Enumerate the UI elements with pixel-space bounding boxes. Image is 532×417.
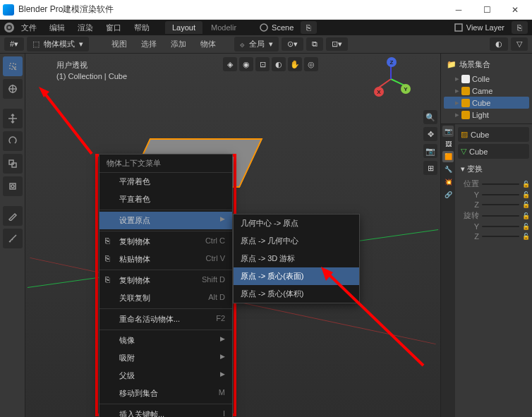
prop-tab-output[interactable]: 🖼 (442, 138, 454, 150)
properties-panel: 📁 场景集合 ▸Colle▸Came▸Cube▸Light 📷 🖼 🟧 🔧 💥 … (440, 54, 532, 417)
expand-icon[interactable]: ▸ (455, 74, 459, 83)
context-item-0[interactable]: 平滑着色 (99, 173, 232, 191)
grid-button[interactable]: ⊞ (423, 161, 437, 175)
minimize-button[interactable]: ─ (445, 0, 473, 20)
shading-button[interactable]: ◐ (272, 57, 286, 71)
select-menu[interactable]: 选择 (135, 37, 162, 52)
menu-render[interactable]: 渲染 (72, 20, 99, 35)
data-name-field[interactable]: ▽ Cube (458, 144, 529, 159)
context-item-14[interactable]: 吸附▶ (99, 349, 232, 367)
gizmo-y-label[interactable]: Y (401, 84, 411, 94)
context-item-18[interactable]: 插入关键帧...I (99, 406, 232, 417)
prop-tab-render[interactable]: 📷 (442, 126, 454, 137)
new-layer-button[interactable]: ⎘ (512, 21, 528, 34)
pan-button[interactable]: ✥ (423, 127, 437, 141)
lock-icon[interactable]: 🔓 (522, 201, 529, 208)
scale-tool[interactable] (3, 154, 23, 174)
context-item-8[interactable]: ⎘复制物体Shift D (99, 272, 232, 289)
context-item-5[interactable]: ⎘复制物体Ctrl C (99, 233, 232, 250)
menu-file[interactable]: 文件 (16, 20, 42, 35)
workspace-tab-layout[interactable]: Layout (165, 21, 202, 34)
show-gizmo-button[interactable]: ◈ (223, 57, 237, 71)
prop-tab-constraint[interactable]: 🔗 (442, 189, 454, 200)
pivot-button[interactable]: ⊙▾ (282, 37, 303, 51)
add-menu[interactable]: 添加 (165, 37, 192, 52)
submenu-item-0[interactable]: 几何中心 -> 原点 (234, 214, 359, 232)
prop-tab-physics[interactable]: 💥 (442, 176, 454, 188)
transform-tool[interactable] (3, 176, 23, 196)
submenu-item-4[interactable]: 原点 -> 质心(体积) (234, 285, 359, 303)
rotation-x-input[interactable] (482, 215, 519, 217)
window-title: Blender Pro建模渲染软件 (18, 4, 445, 16)
new-scene-button[interactable]: ⎘ (301, 21, 317, 34)
context-item-15[interactable]: 父级▶ (99, 367, 232, 385)
context-item-3[interactable]: 设置原点▶ (99, 212, 232, 229)
close-button[interactable]: ✕ (501, 0, 529, 20)
expand-icon[interactable]: ▸ (455, 98, 459, 107)
cursor-tool[interactable] (3, 79, 23, 99)
lock-icon[interactable]: 🔓 (522, 233, 529, 240)
viewlayer-selector[interactable]: View Layer (448, 21, 510, 34)
object-name-field[interactable]: ▨ Cube (458, 127, 529, 142)
location-y-input[interactable] (482, 194, 519, 195)
gizmo-z-label[interactable]: Z (387, 57, 397, 67)
hand-button[interactable]: ✋ (288, 57, 302, 71)
camera-icon-button[interactable]: 📷 (423, 144, 437, 158)
blender-logo-icon[interactable] (4, 23, 14, 32)
nav-gizmo[interactable]: X Y Z (370, 57, 412, 99)
rotation-y-input[interactable] (482, 226, 519, 227)
menu-help[interactable]: 帮助 (128, 20, 155, 35)
submenu-item-2[interactable]: 原点 -> 3D 游标 (234, 250, 359, 267)
gizmo-x-label[interactable]: X (374, 87, 384, 97)
submenu-item-1[interactable]: 原点 -> 几何中心 (234, 232, 359, 250)
object-menu[interactable]: 物体 (195, 37, 222, 52)
camera-view-button[interactable]: ◎ (304, 57, 318, 71)
rotation-z-input[interactable] (482, 236, 519, 237)
location-z-input[interactable] (482, 204, 519, 205)
move-tool[interactable] (3, 109, 23, 128)
context-item-16[interactable]: 移动到集合M (99, 385, 232, 402)
outliner-item-2[interactable]: ▸Cube (444, 97, 529, 109)
scene-selector[interactable]: Scene (253, 21, 299, 34)
y-label: Y (458, 222, 479, 231)
lock-icon[interactable]: 🔓 (522, 181, 529, 188)
context-item-6[interactable]: ⎘粘贴物体Ctrl V (99, 250, 232, 268)
orientation-selector[interactable]: ⟐ 全局 ▾ (234, 37, 279, 52)
outliner-item-3[interactable]: ▸Light (444, 109, 529, 121)
xray-button[interactable]: ⊡ (255, 57, 270, 71)
measure-tool[interactable] (3, 229, 23, 248)
editor-type-button[interactable]: #▾ (4, 37, 24, 51)
outliner-item-1[interactable]: ▸Came (444, 85, 529, 97)
context-item-9[interactable]: 关联复制Alt D (99, 289, 232, 307)
select-box-tool[interactable] (3, 56, 23, 76)
transform-section[interactable]: ▾ 变换 (458, 161, 529, 177)
workspace-tab-modeling[interactable]: Modelir (204, 21, 243, 34)
menu-edit[interactable]: 编辑 (44, 20, 71, 35)
expand-icon[interactable]: ▸ (455, 86, 459, 95)
maximize-button[interactable]: ☐ (473, 0, 501, 20)
submenu-item-3[interactable]: 原点 -> 质心(表面) (234, 267, 359, 285)
lock-icon[interactable]: 🔓 (522, 191, 529, 198)
context-item-13[interactable]: 镜像▶ (99, 332, 232, 349)
overlay-button[interactable]: ◐ (490, 37, 508, 51)
outliner-header[interactable]: 📁 场景集合 (444, 56, 529, 73)
outliner-item-0[interactable]: ▸Colle (444, 73, 529, 85)
menu-window[interactable]: 窗口 (100, 20, 127, 35)
prop-tab-object[interactable]: 🟧 (442, 151, 454, 162)
filter-button[interactable]: ▽ (511, 37, 528, 51)
context-item-1[interactable]: 平直着色 (99, 191, 232, 208)
overlay-toggle-button[interactable]: ◉ (239, 57, 253, 71)
rotate-tool[interactable] (3, 131, 23, 151)
view-menu[interactable]: 视图 (106, 37, 133, 52)
lock-icon[interactable]: 🔓 (522, 212, 529, 219)
location-x-input[interactable] (482, 183, 519, 185)
snap-button[interactable]: ⧉ (306, 37, 323, 51)
expand-icon[interactable]: ▸ (455, 110, 459, 119)
prop-tab-modifier[interactable]: 🔧 (442, 164, 454, 175)
snap-options-button[interactable]: ⊡▾ (326, 37, 348, 51)
mode-selector[interactable]: ⬚ 物体模式 ▾ (27, 37, 89, 52)
zoom-button[interactable]: 🔍 (423, 110, 437, 124)
context-item-11[interactable]: 重命名活动物体...F2 (99, 310, 232, 328)
lock-icon[interactable]: 🔓 (522, 223, 529, 230)
annotate-tool[interactable] (3, 206, 23, 226)
